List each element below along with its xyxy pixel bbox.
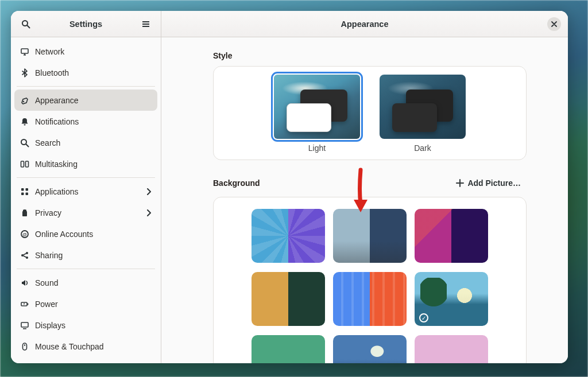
main-panel: Appearance Style Light (161, 11, 568, 363)
sidebar-title: Settings (69, 20, 102, 29)
sidebar-item-notifications[interactable]: Notifications (14, 111, 157, 132)
sidebar-item-label: Displays (35, 321, 152, 330)
hamburger-icon (141, 20, 150, 29)
content-scroll[interactable]: Style Light Dark (161, 37, 568, 363)
displays-icon (20, 321, 35, 330)
close-button[interactable] (547, 17, 561, 31)
svg-line-24 (24, 253, 26, 255)
sidebar-item-label: Network (35, 47, 152, 56)
sidebar-item-multitasking[interactable]: Multitasking (14, 153, 157, 174)
sound-icon (20, 278, 35, 287)
multitasking-icon (20, 160, 35, 169)
wallpaper-thumb-9[interactable] (415, 335, 488, 363)
bluetooth-icon (20, 68, 35, 77)
svg-rect-7 (24, 53, 25, 55)
wallpaper-thumb-8[interactable] (333, 335, 407, 363)
sidebar-item-sound[interactable]: Sound (14, 272, 157, 293)
wallpaper-thumb-2[interactable] (333, 209, 407, 263)
style-thumb-light (274, 75, 360, 139)
sidebar-item-label: Multitasking (35, 160, 152, 169)
selected-indicator-icon (419, 313, 428, 322)
wallpaper-thumb-5[interactable] (333, 272, 407, 326)
sidebar-item-displays[interactable]: Displays (14, 314, 157, 336)
sidebar-item-applications[interactable]: Applications (14, 181, 157, 202)
svg-point-8 (23, 100, 24, 102)
sidebar-item-label: Privacy (35, 208, 146, 217)
sharing-icon (20, 251, 35, 260)
wallpaper-thumb-6[interactable] (415, 272, 488, 326)
privacy-icon (20, 208, 35, 217)
background-section-label: Background (213, 178, 260, 188)
sidebar-item-online-accounts[interactable]: @ Online Accounts (14, 223, 157, 244)
svg-line-25 (24, 255, 26, 257)
sidebar-header: Settings (11, 11, 161, 37)
main-header: Appearance (161, 11, 568, 37)
style-option-light[interactable]: Light (271, 75, 363, 153)
wallpaper-thumb-7[interactable] (252, 335, 325, 363)
add-picture-button[interactable]: Add Picture… (450, 175, 527, 191)
online-accounts-icon: @ (20, 230, 35, 239)
style-thumb-dark (380, 75, 466, 139)
svg-rect-29 (23, 328, 26, 329)
svg-rect-28 (21, 322, 28, 327)
svg-rect-18 (22, 211, 27, 216)
panel-title: Appearance (341, 20, 388, 29)
sidebar-item-bluetooth[interactable]: Bluetooth (14, 62, 157, 83)
sidebar-separator (17, 86, 155, 87)
search-button[interactable] (19, 17, 33, 31)
add-picture-label: Add Picture… (467, 178, 521, 188)
svg-rect-12 (21, 161, 24, 167)
svg-rect-15 (26, 188, 29, 191)
settings-window: Settings Network Bluetooth (11, 11, 568, 363)
svg-line-1 (27, 25, 29, 28)
style-option-dark[interactable]: Dark (377, 75, 469, 153)
sidebar-item-power[interactable]: Power (14, 293, 157, 314)
sidebar-item-label: Power (35, 300, 152, 309)
wallpaper-thumb-3[interactable] (415, 209, 488, 263)
chevron-right-icon (146, 209, 152, 216)
appearance-icon (20, 96, 35, 105)
sidebar-item-label: Appearance (35, 96, 152, 105)
network-icon (20, 47, 35, 56)
svg-rect-6 (24, 55, 26, 56)
power-icon (20, 300, 35, 309)
sidebar: Settings Network Bluetooth (11, 11, 161, 363)
style-row: Light Dark (225, 75, 514, 153)
bell-icon (20, 117, 35, 126)
applications-icon (20, 187, 35, 196)
svg-rect-5 (21, 49, 28, 53)
sidebar-list: Network Bluetooth Appearance Notific (11, 37, 161, 363)
sidebar-item-privacy[interactable]: Privacy (14, 202, 157, 223)
plus-icon (456, 179, 464, 187)
svg-rect-30 (23, 343, 27, 350)
svg-line-11 (26, 144, 28, 146)
search-icon (20, 138, 35, 147)
sidebar-separator (17, 177, 155, 178)
wallpaper-thumb-4[interactable] (252, 272, 325, 326)
svg-rect-13 (26, 161, 29, 167)
svg-text:@: @ (22, 232, 27, 237)
wallpaper-thumb-1[interactable] (252, 209, 325, 263)
svg-rect-9 (24, 124, 26, 125)
sidebar-item-label: Search (35, 138, 152, 147)
chevron-right-icon (146, 188, 152, 195)
sidebar-item-network[interactable]: Network (14, 41, 157, 62)
sidebar-item-sharing[interactable]: Sharing (14, 244, 157, 266)
sidebar-item-label: Bluetooth (35, 68, 152, 77)
sidebar-item-label: Mouse & Touchpad (35, 342, 152, 351)
wallpaper-grid (227, 209, 512, 363)
svg-rect-3 (142, 24, 149, 25)
sidebar-item-label: Sharing (35, 251, 152, 260)
style-label-dark: Dark (414, 143, 431, 153)
svg-rect-14 (21, 188, 24, 191)
svg-rect-4 (142, 26, 149, 27)
sidebar-item-label: Applications (35, 187, 146, 196)
sidebar-item-appearance[interactable]: Appearance (14, 90, 157, 111)
style-card: Light Dark (213, 66, 527, 160)
search-icon (21, 20, 30, 29)
menu-button[interactable] (139, 17, 153, 31)
sidebar-item-mouse[interactable]: Mouse & Touchpad (14, 336, 157, 357)
background-card (213, 197, 527, 363)
sidebar-item-search[interactable]: Search (14, 132, 157, 153)
svg-rect-27 (28, 303, 29, 305)
